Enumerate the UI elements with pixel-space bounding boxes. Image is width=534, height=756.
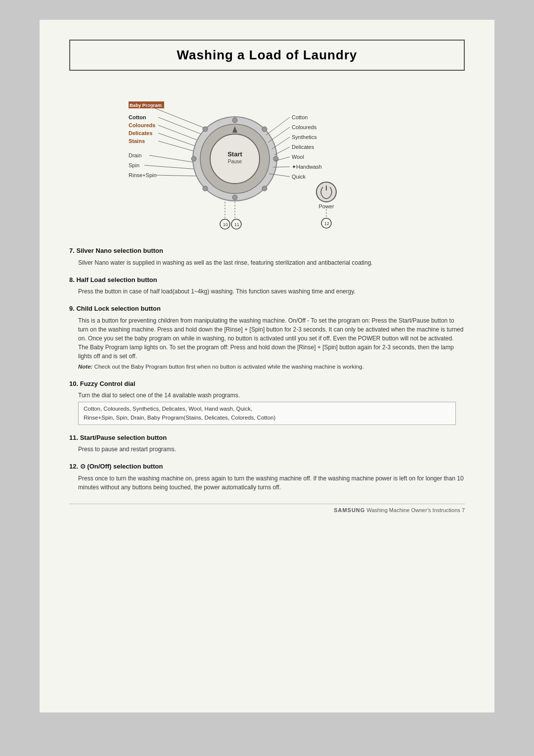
svg-text:Spin: Spin bbox=[129, 162, 139, 168]
section-9-body: This is a button for preventing children… bbox=[69, 316, 465, 361]
section-9: 9. Child Lock selection button This is a… bbox=[69, 304, 465, 371]
section-12-body: Press once to turn the washing machine o… bbox=[69, 474, 465, 492]
svg-text:Coloureds: Coloureds bbox=[292, 124, 317, 130]
svg-line-46 bbox=[274, 147, 290, 155]
svg-point-20 bbox=[191, 156, 196, 161]
section-12-heading: 12. ⊙ (On/Off) selection button bbox=[69, 462, 465, 472]
diagram-area: Baby Program Cotton Coloureds Delicates … bbox=[69, 86, 465, 234]
section-11-heading: 11. Start/Pause selection button bbox=[69, 433, 465, 443]
svg-line-9 bbox=[158, 117, 204, 135]
svg-text:Power: Power bbox=[318, 203, 334, 209]
svg-text:Quick: Quick bbox=[292, 174, 306, 180]
footer-description: Washing Machine Owner's Instructions bbox=[366, 507, 460, 513]
washing-machine-diagram: Baby Program Cotton Coloureds Delicates … bbox=[129, 86, 405, 234]
section-9-note: Note: Check out the Baby Program button … bbox=[69, 363, 465, 371]
section-10-body: Turn the dial to select one of the 14 av… bbox=[69, 391, 465, 400]
svg-text:11: 11 bbox=[234, 222, 239, 227]
section-7-body: Silver Nano water is supplied in washing… bbox=[69, 258, 465, 267]
section-8-body: Press the button in case of half load(ab… bbox=[69, 287, 465, 296]
page-title: Washing a Load of Laundry bbox=[69, 40, 465, 71]
section-10-heading: 10. Fuzzy Control dial bbox=[69, 379, 465, 389]
section-8: 8. Half Load selection button Press the … bbox=[69, 275, 465, 296]
svg-text:Delicates: Delicates bbox=[129, 130, 152, 136]
section-7: 7. Silver Nano selection button Silver N… bbox=[69, 246, 465, 267]
section-10: 10. Fuzzy Control dial Turn the dial to … bbox=[69, 379, 465, 425]
section-11-body: Press to pause and restart programs. bbox=[69, 445, 465, 454]
svg-text:Coloureds: Coloureds bbox=[129, 122, 155, 128]
section-7-heading: 7. Silver Nano selection button bbox=[69, 246, 465, 256]
footer-page-number: 7 bbox=[462, 507, 465, 513]
svg-text:Pause: Pause bbox=[228, 159, 242, 164]
svg-line-45 bbox=[272, 137, 290, 149]
svg-point-18 bbox=[232, 118, 237, 123]
svg-text:Start: Start bbox=[227, 150, 242, 158]
svg-text:Cotton: Cotton bbox=[292, 114, 308, 120]
svg-point-21 bbox=[203, 186, 208, 191]
section-8-heading: 8. Half Load selection button bbox=[69, 275, 465, 285]
section-12: 12. ⊙ (On/Off) selection button Press on… bbox=[69, 462, 465, 492]
svg-text:Drain: Drain bbox=[129, 152, 141, 158]
page-footer: SAMSUNG Washing Machine Owner's Instruct… bbox=[69, 504, 465, 513]
svg-text:12: 12 bbox=[324, 221, 329, 226]
page-content: Washing a Load of Laundry Baby Program C… bbox=[40, 20, 494, 712]
svg-point-23 bbox=[262, 186, 267, 191]
svg-text:Delicates: Delicates bbox=[292, 144, 314, 150]
footer-brand: SAMSUNG bbox=[334, 507, 365, 513]
section-9-heading: 9. Child Lock selection button bbox=[69, 304, 465, 314]
svg-text:Cotton: Cotton bbox=[129, 114, 146, 120]
svg-text:Wool: Wool bbox=[292, 154, 304, 160]
svg-point-25 bbox=[262, 127, 267, 132]
svg-text:Rinse+Spin: Rinse+Spin bbox=[129, 172, 157, 178]
section-11: 11. Start/Pause selection button Press t… bbox=[69, 433, 465, 454]
svg-text:Baby Program: Baby Program bbox=[130, 102, 162, 108]
svg-text:Stains: Stains bbox=[129, 138, 145, 144]
svg-line-44 bbox=[268, 127, 290, 142]
svg-text:✦Handwash: ✦Handwash bbox=[292, 164, 322, 170]
svg-text:Synthetics: Synthetics bbox=[292, 134, 317, 140]
wash-programs-box: Cotton, Coloureds, Synthetics, Delicates… bbox=[78, 402, 456, 425]
svg-line-43 bbox=[266, 117, 290, 135]
svg-point-22 bbox=[232, 195, 237, 200]
svg-text:10: 10 bbox=[223, 222, 228, 227]
